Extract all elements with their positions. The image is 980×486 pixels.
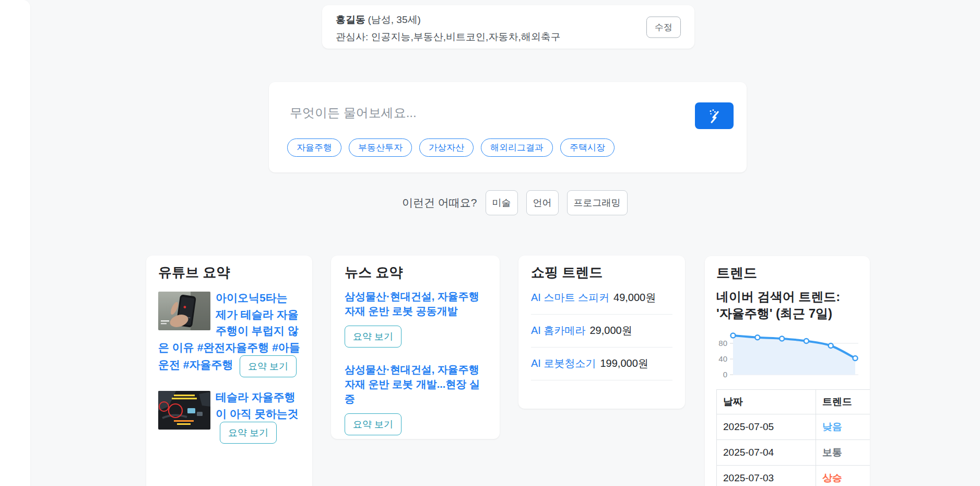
youtube-card-title: 유튜브 요약 [158,256,300,282]
table-row: 2025-07-05 낮음 [717,414,870,439]
news-item: 삼성물산·현대건설, 자율주행 자재 운반 로봇 개발...현장 실증 요약 보… [345,362,486,435]
table-header-date: 날짜 [717,389,816,414]
trend-value-cell: 상승 [816,465,870,486]
trend-value-cell: 낮음 [816,414,870,439]
news-item: 삼성물산·현대건설, 자율주행 자재 운반 로봇 공동개발 요약 보기 [345,289,486,348]
news-card-title: 뉴스 요약 [345,256,486,282]
table-row: 2025-07-03 상승 [717,465,870,486]
shopping-item: AI 로봇청소기 199,000원 [531,348,672,380]
video-thumbnail[interactable] [158,391,210,430]
news-summary-button[interactable]: 요약 보기 [345,326,402,348]
tag-pill[interactable]: 해외리그결과 [481,138,553,157]
product-link[interactable]: AI 스마트 스피커 [531,291,609,305]
youtube-item: 아이오닉5타는 제가 테슬라 자율주행이 부럽지 않은 이유 #완전자율주행 #… [158,290,300,377]
ask-button[interactable] [695,102,734,129]
svg-text:40: 40 [718,354,727,363]
search-input[interactable] [289,99,677,127]
edit-profile-button[interactable]: 수정 [646,16,681,38]
app-root: 홍길동 (남성, 35세) 관심사: 인공지능,부동산,비트코인,자동차,해외축… [0,0,980,486]
product-link[interactable]: AI 로봇청소기 [531,356,596,371]
magic-wand-icon [705,107,723,125]
table-header-row: 날짜 트렌드 [717,389,870,414]
news-summary-button[interactable]: 요약 보기 [345,413,402,435]
product-price: 29,000원 [589,323,632,338]
suggested-tags: 자율주행 부동산투자 가상자산 해외리그결과 주택시장 [287,138,615,157]
suggestion-row: 이런건 어때요? 미술 언어 프로그래밍 [402,190,628,215]
profile-text: 홍길동 (남성, 35세) 관심사: 인공지능,부동산,비트코인,자동차,해외축… [322,5,694,52]
search-card: 자율주행 부동산투자 가상자산 해외리그결과 주택시장 [269,82,747,172]
trend-table: 날짜 트렌드 2025-07-05 낮음 2025-07-04 보통 2025-… [716,389,870,486]
trends-card-title: 트렌드 [716,256,858,282]
shopping-trend-card: 쇼핑 트렌드 AI 스마트 스피커 49,000원 AI 홈카메라 29,000… [518,256,685,409]
tag-pill[interactable]: 주택시장 [560,138,615,157]
trends-card: 트렌드 네이버 검색어 트렌드: '자율주행' (최근 7일) 04080 날짜… [705,256,870,486]
date-cell: 2025-07-05 [717,414,816,439]
shopping-card-title: 쇼핑 트렌드 [531,256,672,282]
suggest-label: 이런건 어때요? [402,195,477,210]
video-summary-button[interactable]: 요약 보기 [240,355,297,377]
youtube-item: 테슬라 자율주행이 아직 못하는것 요약 보기 [158,389,300,444]
profile-line: 홍길동 (남성, 35세) [336,13,681,27]
trend-chart-title: 네이버 검색어 트렌드: '자율주행' (최근 7일) [716,288,858,322]
suggest-option-button[interactable]: 미술 [486,190,518,215]
product-link[interactable]: AI 홈카메라 [531,323,585,338]
shopping-item: AI 스마트 스피커 49,000원 [531,282,672,315]
tag-pill[interactable]: 가상자산 [419,138,474,157]
left-panel [0,0,30,486]
video-summary-button[interactable]: 요약 보기 [220,422,277,444]
svg-text:0: 0 [723,370,727,379]
profile-meta: (남성, 35세) [368,14,420,25]
tag-pill[interactable]: 부동산투자 [349,138,412,157]
line-chart: 04080 [712,328,858,381]
news-title-link[interactable]: 삼성물산·현대건설, 자율주행 자재 운반 로봇 공동개발 [345,289,486,318]
shopping-item: AI 홈카메라 29,000원 [531,315,672,348]
news-summary-card: 뉴스 요약 삼성물산·현대건설, 자율주행 자재 운반 로봇 공동개발 요약 보… [331,256,500,439]
table-row: 2025-07-04 보통 [717,439,870,465]
date-cell: 2025-07-03 [717,465,816,486]
product-price: 49,000원 [613,291,656,305]
trend-chart: 04080 [712,328,858,383]
profile-card: 홍길동 (남성, 35세) 관심사: 인공지능,부동산,비트코인,자동차,해외축… [322,5,694,49]
profile-name: 홍길동 [336,14,365,25]
suggest-option-button[interactable]: 언어 [526,190,559,215]
youtube-summary-card: 유튜브 요약 [146,256,312,486]
suggest-option-button[interactable]: 프로그래밍 [567,190,628,215]
trend-value-cell: 보통 [816,439,870,465]
video-thumbnail[interactable] [158,292,210,330]
product-price: 199,000원 [600,356,648,371]
svg-text:80: 80 [718,339,727,348]
date-cell: 2025-07-04 [717,439,816,465]
table-header-trend: 트렌드 [816,389,870,414]
news-title-link[interactable]: 삼성물산·현대건설, 자율주행 자재 운반 로봇 개발...현장 실증 [345,362,486,406]
tag-pill[interactable]: 자율주행 [287,138,341,157]
profile-interests: 관심사: 인공지능,부동산,비트코인,자동차,해외축구 [336,30,681,44]
video-title-link[interactable]: 테슬라 자율주행이 아직 못하는것 [216,391,299,420]
